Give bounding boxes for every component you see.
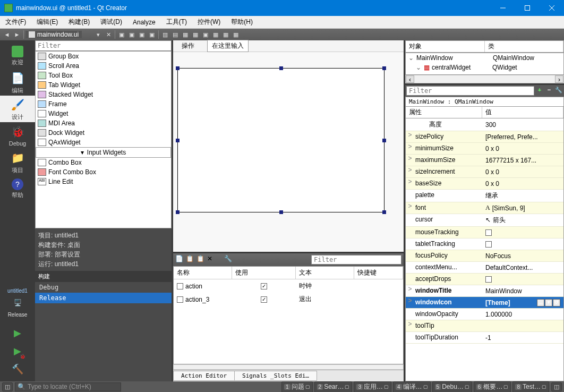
widget-item[interactable]: Group Box	[36, 52, 171, 61]
widget-item[interactable]: Tab Widget	[36, 80, 171, 90]
widget-item[interactable]: Widget	[36, 109, 171, 118]
minimize-button[interactable]	[491, 0, 515, 16]
checkbox[interactable]	[177, 296, 183, 303]
widget-item[interactable]: Stacked Widget	[36, 90, 171, 99]
scroll-right-icon[interactable]: ›	[555, 75, 563, 83]
expand-icon[interactable]: >	[406, 166, 414, 177]
checkbox[interactable]	[177, 283, 183, 289]
property-value[interactable]: 0 x 0	[482, 166, 563, 177]
expand-icon[interactable]: >	[406, 320, 414, 331]
property-value[interactable]: -1	[482, 332, 563, 343]
col-text[interactable]: 文本	[296, 267, 354, 279]
layout-grid-icon[interactable]: ▦	[181, 30, 190, 39]
widget-item[interactable]: Font Combo Box	[36, 167, 171, 177]
tree-row[interactable]: ⌄ ▦ centralWidget QWidget	[406, 63, 563, 72]
form-canvas[interactable]	[173, 52, 404, 252]
tool-icon[interactable]: ▣	[127, 30, 136, 39]
property-row[interactable]: acceptDrops	[406, 274, 563, 285]
property-row[interactable]: windowOpacity1.000000	[406, 309, 563, 320]
layout-h-icon[interactable]: ▥	[160, 30, 170, 39]
property-row[interactable]: contextMenu...DefaultContext...	[406, 262, 563, 274]
col-value[interactable]: 值	[482, 107, 563, 118]
expand-icon[interactable]: >	[406, 155, 414, 166]
output-pane-button[interactable]: 6概要…▢	[474, 381, 511, 393]
remove-property-icon[interactable]: −	[545, 87, 553, 95]
property-value[interactable]	[482, 274, 563, 285]
resize-handle[interactable]	[279, 66, 283, 70]
expand-icon[interactable]	[406, 332, 414, 343]
close-sidebar-icon[interactable]: ◫	[2, 382, 13, 391]
widget-item[interactable]: Tool Box	[36, 71, 171, 80]
widget-category-header[interactable]: ▾Input Widgets	[36, 147, 171, 158]
property-value[interactable]: 0 x 0	[482, 143, 563, 154]
property-value[interactable]: A[SimSun, 9]	[482, 202, 563, 214]
resize-handle[interactable]	[279, 210, 283, 214]
toggle-icon[interactable]: ◫	[551, 382, 562, 391]
property-value[interactable]: [Theme]...▾↺	[482, 297, 563, 308]
build-release[interactable]: Release	[35, 293, 172, 303]
output-pane-button[interactable]: 8Test…▢	[512, 381, 549, 393]
col-use[interactable]: 使用	[232, 267, 296, 279]
property-row[interactable]: >fontA[SimSun, 9]	[406, 202, 563, 214]
close-button[interactable]	[540, 0, 564, 16]
tab-signals-slots[interactable]: Signals _Slots Edi…	[234, 371, 317, 381]
property-row[interactable]: 高度300	[406, 118, 563, 131]
object-tree[interactable]: ⌄ MainWindow QMainWindow ⌄ ▦ centralWidg…	[405, 53, 564, 75]
expand-icon[interactable]	[406, 250, 414, 261]
checkbox[interactable]	[485, 241, 492, 248]
widget-item[interactable]: QAxWidget	[36, 138, 171, 147]
property-value[interactable]: 继承	[482, 190, 563, 202]
widget-item[interactable]: MDI Area	[36, 118, 171, 128]
menu-debug[interactable]: 调试(D)	[95, 15, 127, 29]
property-row[interactable]: >toolTip	[406, 320, 563, 332]
scrollbar-h[interactable]: ‹ ›	[405, 75, 564, 83]
property-list[interactable]: 高度300>sizePolicy[Preferred, Prefe...>min…	[405, 118, 564, 381]
checkbox[interactable]: ✓	[261, 283, 267, 289]
expand-icon[interactable]	[406, 190, 414, 202]
expand-icon[interactable]	[406, 274, 414, 285]
new-action-icon[interactable]: 📄	[175, 255, 185, 265]
menu-widgets[interactable]: 控件(W)	[192, 15, 226, 29]
col-shortcut[interactable]: 快捷键	[354, 267, 403, 279]
action-row[interactable]: action_3 ✓ 退出	[174, 293, 403, 306]
run-button[interactable]: ▶	[11, 326, 24, 340]
expand-icon[interactable]: >	[406, 131, 414, 142]
break-layout-icon[interactable]: ▣	[201, 30, 210, 39]
property-value[interactable]	[482, 238, 563, 250]
expand-icon[interactable]	[406, 227, 414, 238]
property-value[interactable]	[482, 227, 563, 238]
value-button[interactable]: ...	[537, 299, 544, 306]
file-tab[interactable]: mainwindow.ui	[25, 31, 82, 38]
widget-list[interactable]: Group Box Scroll Area Tool Box Tab Widge…	[35, 51, 172, 228]
tab-action-editor[interactable]: Action Editor	[173, 371, 235, 381]
resize-handle[interactable]	[176, 139, 180, 142]
adjust-icon[interactable]: ▦	[211, 30, 220, 39]
scroll-left-icon[interactable]: ‹	[406, 75, 414, 83]
resize-handle[interactable]	[176, 66, 180, 70]
property-value[interactable]: [Preferred, Prefe...	[482, 131, 563, 142]
run-debug-button[interactable]: ▶🐞	[11, 344, 24, 358]
expand-icon[interactable]: >	[406, 297, 414, 308]
property-value[interactable]: 16777215 x 167...	[482, 155, 563, 166]
expand-icon[interactable]: ⌄	[408, 54, 414, 62]
checkbox[interactable]	[485, 229, 492, 236]
checkbox[interactable]	[485, 276, 492, 283]
adjust-icon[interactable]: ▦	[231, 30, 241, 39]
release-tab[interactable]: Release	[0, 309, 35, 321]
input-here-label[interactable]: 在这里输入	[207, 40, 249, 52]
expand-icon[interactable]	[406, 309, 414, 320]
output-pane-button[interactable]: 4编译…▢	[393, 381, 431, 393]
adjust-icon[interactable]: ▦	[221, 30, 230, 39]
expand-icon[interactable]: >	[406, 202, 414, 214]
mode-edit[interactable]: 📄 编辑	[0, 69, 35, 96]
operate-label[interactable]: 操作	[177, 40, 199, 52]
resize-handle[interactable]	[382, 66, 386, 70]
widget-item[interactable]: Dock Widget	[36, 128, 171, 138]
property-row[interactable]: >baseSize0 x 0	[406, 178, 563, 190]
output-pane-button[interactable]: 2Sear…▢	[314, 381, 353, 393]
back-icon[interactable]: ◄	[2, 30, 12, 39]
mode-design[interactable]: 🖌️ 设计	[0, 96, 35, 122]
expand-icon[interactable]	[406, 238, 414, 250]
value-button[interactable]: ↺	[553, 299, 560, 306]
property-row[interactable]: mouseTracking	[406, 227, 563, 238]
